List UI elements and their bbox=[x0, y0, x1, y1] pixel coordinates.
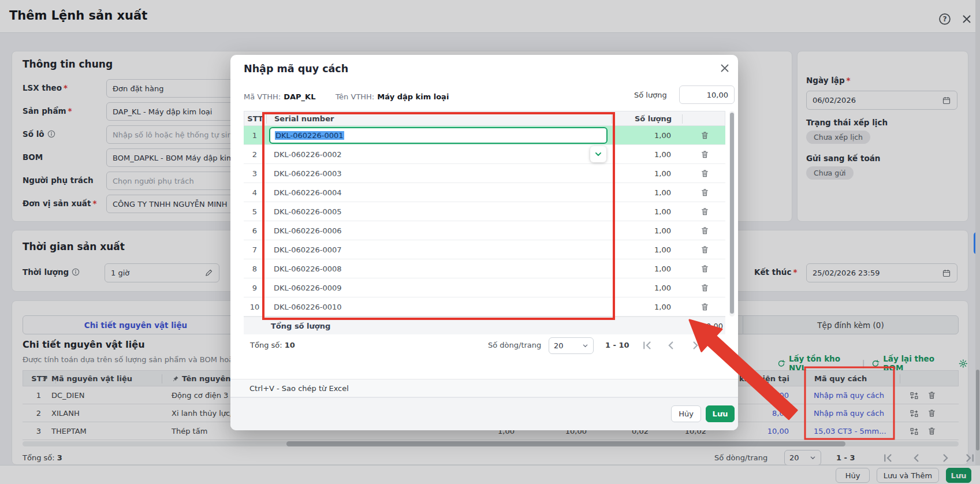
cell-stt: 5 bbox=[244, 202, 266, 221]
cell-serial[interactable]: DKL-060226-0006 bbox=[274, 221, 342, 240]
cell-stt: 3 bbox=[244, 164, 266, 183]
serial-row: 9 DKL-060226-0009 1,00 bbox=[244, 278, 725, 297]
scrollbar-thumb[interactable] bbox=[730, 113, 734, 314]
trash-icon[interactable] bbox=[698, 259, 711, 278]
trash-icon[interactable] bbox=[698, 240, 711, 259]
serial-row: 5 DKL-060226-0005 1,00 bbox=[244, 202, 725, 221]
cell-stt: 9 bbox=[244, 278, 266, 297]
cell-stt: 2 bbox=[244, 145, 266, 164]
serial-table-scrollbar[interactable] bbox=[729, 111, 735, 317]
modal-qty-value: 10,00 bbox=[707, 91, 728, 99]
serial-row: 2 DKL-060226-0002 1,00 bbox=[244, 145, 725, 164]
pagination-prev-button[interactable] bbox=[665, 339, 677, 352]
modal-close-icon[interactable] bbox=[718, 62, 731, 75]
per-page-select[interactable]: 20 bbox=[549, 337, 594, 354]
cell-stt: 8 bbox=[244, 259, 266, 278]
cell-stt: 10 bbox=[244, 297, 266, 317]
pagination-first-button[interactable] bbox=[640, 339, 653, 352]
total-value: 10,00 bbox=[608, 317, 723, 335]
serial-row: 6 DKL-060226-0006 1,00 bbox=[244, 221, 725, 240]
serial-row: 3 DKL-060226-0003 1,00 bbox=[244, 164, 725, 183]
modal-item-code: Mã VTHH: DAP_KL bbox=[244, 91, 315, 102]
modal-footer: Hủy Lưu bbox=[230, 397, 738, 430]
cell-qty: 1,00 bbox=[611, 259, 671, 278]
chevron-down-icon bbox=[582, 342, 588, 349]
cell-serial[interactable]: DKL-060226-0008 bbox=[274, 259, 342, 278]
trash-icon[interactable] bbox=[698, 126, 711, 145]
trash-icon[interactable] bbox=[698, 164, 711, 183]
column-divider bbox=[682, 114, 683, 124]
serial-table-header: STT Serial number Số lượng bbox=[244, 111, 725, 126]
serial-row-active: 1 DKL-060226-0001 1,00 bbox=[244, 126, 725, 145]
serial-total-row: Tổng số lượng 10,00 bbox=[244, 317, 725, 334]
trash-icon[interactable] bbox=[698, 145, 711, 164]
trash-icon[interactable] bbox=[698, 202, 711, 221]
column-divider bbox=[266, 114, 267, 124]
cell-qty: 1,00 bbox=[611, 297, 671, 317]
cell-serial[interactable]: DKL-060226-0009 bbox=[274, 278, 342, 297]
page-range: 1 - 10 bbox=[605, 341, 629, 349]
cell-serial[interactable]: DKL-060226-0004 bbox=[274, 183, 342, 202]
col-header-qty: Số lượng bbox=[612, 111, 672, 126]
modal-title: Nhập mã quy cách bbox=[244, 63, 348, 75]
serial-pagination: Tổng số: 10 Số dòng/trang 20 1 - 10 bbox=[230, 337, 738, 355]
modal-item-name: Tên VTHH: Máy dập kim loại bbox=[336, 91, 449, 102]
total-label: Tổng số lượng bbox=[271, 317, 330, 335]
modal-save-button[interactable]: Lưu bbox=[706, 405, 735, 422]
cell-serial[interactable]: DKL-060226-0010 bbox=[274, 297, 342, 317]
cell-qty: 1,00 bbox=[611, 221, 671, 240]
serial-row: 8 DKL-060226-0008 1,00 bbox=[244, 259, 725, 278]
serial-row: 7 DKL-060226-0007 1,00 bbox=[244, 240, 725, 259]
serial-row: 10 DKL-060226-0010 1,00 bbox=[244, 297, 725, 317]
serial-table-body: 2 DKL-060226-0002 1,00 3 DKL-060226-0003… bbox=[244, 145, 725, 317]
cell-qty: 1,00 bbox=[611, 126, 671, 145]
serial-table: STT Serial number Số lượng 1 DKL-060226-… bbox=[244, 111, 725, 334]
col-header-stt: STT bbox=[244, 111, 266, 126]
paste-hint: Ctrl+V - Sao chép từ Excel bbox=[249, 384, 349, 393]
cell-stt: 4 bbox=[244, 183, 266, 202]
cell-stt: 7 bbox=[244, 240, 266, 259]
paste-hint-strip: Ctrl+V - Sao chép từ Excel bbox=[230, 379, 738, 397]
serial-row: 4 DKL-060226-0004 1,00 bbox=[244, 183, 725, 202]
cell-serial[interactable]: DKL-060226-0007 bbox=[274, 240, 342, 259]
cell-serial[interactable]: DKL-060226-0005 bbox=[274, 202, 342, 221]
modal-qty-input[interactable]: 10,00 bbox=[679, 85, 735, 104]
cell-stt: 1 bbox=[244, 126, 266, 145]
cell-serial[interactable]: DKL-060226-0002 bbox=[274, 145, 342, 164]
cell-qty: 1,00 bbox=[611, 183, 671, 202]
modal-cancel-button[interactable]: Hủy bbox=[671, 405, 701, 422]
chevron-down-icon bbox=[594, 150, 602, 158]
modal-qty-label: Số lượng bbox=[634, 91, 667, 99]
trash-icon[interactable] bbox=[698, 221, 711, 240]
per-page-label: Số dòng/trang bbox=[488, 341, 541, 349]
serial-input-selected-text: DKL-060226-0001 bbox=[275, 131, 344, 140]
cell-qty: 1,00 bbox=[611, 240, 671, 259]
cell-qty: 1,00 bbox=[611, 145, 671, 164]
app-window: Thêm Lệnh sản xuất ? Thông tin chung LSX… bbox=[0, 0, 980, 484]
pagination-next-button[interactable] bbox=[689, 339, 702, 352]
trash-icon[interactable] bbox=[698, 183, 711, 202]
trash-icon[interactable] bbox=[698, 278, 711, 297]
cell-qty: 1,00 bbox=[611, 202, 671, 221]
cell-qty: 1,00 bbox=[611, 164, 671, 183]
pagination-last-button[interactable] bbox=[713, 339, 726, 352]
col-header-serial: Serial number bbox=[274, 111, 334, 126]
total-count: Tổng số: 10 bbox=[250, 341, 295, 349]
cell-serial[interactable]: DKL-060226-0003 bbox=[274, 164, 342, 183]
spec-code-modal: Nhập mã quy cách Mã VTHH: DAP_KL Tên VTH… bbox=[230, 55, 738, 430]
cell-qty: 1,00 bbox=[611, 278, 671, 297]
serial-dropdown-button[interactable] bbox=[590, 146, 606, 162]
serial-input[interactable]: DKL-060226-0001 bbox=[269, 127, 608, 144]
trash-icon[interactable] bbox=[698, 297, 711, 317]
cell-stt: 6 bbox=[244, 221, 266, 240]
per-page-value: 20 bbox=[554, 341, 564, 350]
